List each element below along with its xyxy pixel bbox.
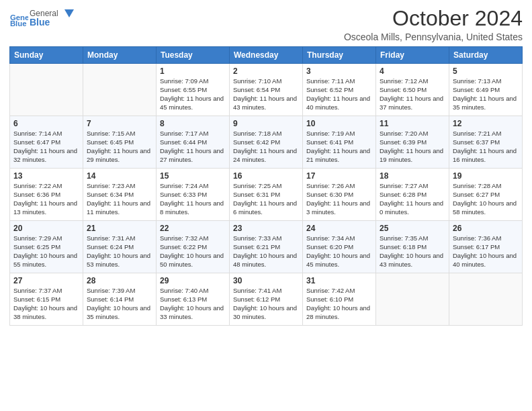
day-info: Sunrise: 7:29 AMSunset: 6:25 PMDaylight:… bbox=[13, 234, 79, 269]
calendar-table: SundayMondayTuesdayWednesdayThursdayFrid… bbox=[9, 46, 523, 326]
day-info: Sunrise: 7:41 AMSunset: 6:12 PMDaylight:… bbox=[233, 287, 299, 321]
calendar-cell: 11Sunrise: 7:20 AMSunset: 6:39 PMDayligh… bbox=[376, 116, 449, 169]
calendar-cell: 15Sunrise: 7:24 AMSunset: 6:33 PMDayligh… bbox=[157, 169, 230, 221]
calendar-cell: 4Sunrise: 7:12 AMSunset: 6:50 PMDaylight… bbox=[376, 64, 449, 116]
calendar-cell: 7Sunrise: 7:15 AMSunset: 6:45 PMDaylight… bbox=[83, 116, 157, 169]
calendar-cell bbox=[376, 273, 449, 326]
day-number: 6 bbox=[13, 119, 79, 128]
day-info: Sunrise: 7:25 AMSunset: 6:31 PMDaylight:… bbox=[233, 182, 299, 216]
logo-icon: General Blue bbox=[9, 9, 28, 28]
logo: General Blue General Blue bbox=[9, 7, 77, 31]
day-number: 3 bbox=[306, 66, 372, 76]
calendar-cell: 20Sunrise: 7:29 AMSunset: 6:25 PMDayligh… bbox=[10, 221, 83, 273]
day-number: 25 bbox=[380, 224, 445, 233]
day-info: Sunrise: 7:20 AMSunset: 6:39 PMDaylight:… bbox=[380, 130, 445, 164]
day-info: Sunrise: 7:19 AMSunset: 6:41 PMDaylight:… bbox=[306, 130, 372, 164]
calendar-day-header: Thursday bbox=[303, 47, 376, 64]
calendar-day-header: Friday bbox=[376, 47, 449, 64]
calendar-week-row: 13Sunrise: 7:22 AMSunset: 6:36 PMDayligh… bbox=[10, 169, 523, 221]
day-number: 29 bbox=[160, 276, 226, 285]
day-info: Sunrise: 7:37 AMSunset: 6:15 PMDaylight:… bbox=[13, 287, 79, 321]
day-number: 19 bbox=[453, 171, 519, 181]
day-number: 5 bbox=[453, 66, 519, 76]
calendar-cell bbox=[83, 64, 157, 116]
day-info: Sunrise: 7:09 AMSunset: 6:55 PMDaylight:… bbox=[160, 77, 226, 111]
day-info: Sunrise: 7:22 AMSunset: 6:36 PMDaylight:… bbox=[13, 182, 79, 216]
svg-text:Blue: Blue bbox=[10, 19, 27, 28]
calendar-day-header: Sunday bbox=[10, 47, 83, 64]
day-number: 31 bbox=[306, 276, 372, 285]
day-number: 21 bbox=[87, 224, 152, 233]
calendar-cell: 2Sunrise: 7:10 AMSunset: 6:54 PMDaylight… bbox=[230, 64, 303, 116]
day-number: 18 bbox=[380, 171, 445, 181]
day-info: Sunrise: 7:35 AMSunset: 6:18 PMDaylight:… bbox=[380, 234, 445, 269]
day-number: 1 bbox=[160, 66, 226, 76]
day-number: 30 bbox=[233, 276, 299, 285]
calendar-cell: 18Sunrise: 7:27 AMSunset: 6:28 PMDayligh… bbox=[376, 169, 449, 221]
day-number: 22 bbox=[160, 224, 226, 233]
calendar-day-header: Saturday bbox=[449, 47, 523, 64]
page-container: General Blue General Blue October 2024 O… bbox=[0, 0, 532, 331]
calendar-cell: 26Sunrise: 7:36 AMSunset: 6:17 PMDayligh… bbox=[449, 221, 523, 273]
day-number: 4 bbox=[380, 66, 445, 76]
day-info: Sunrise: 7:12 AMSunset: 6:50 PMDaylight:… bbox=[380, 77, 445, 111]
calendar-cell: 27Sunrise: 7:37 AMSunset: 6:15 PMDayligh… bbox=[10, 273, 83, 326]
day-info: Sunrise: 7:33 AMSunset: 6:21 PMDaylight:… bbox=[233, 234, 299, 269]
calendar-day-header: Tuesday bbox=[157, 47, 230, 64]
calendar-cell: 21Sunrise: 7:31 AMSunset: 6:24 PMDayligh… bbox=[83, 221, 157, 273]
calendar-cell: 29Sunrise: 7:40 AMSunset: 6:13 PMDayligh… bbox=[157, 273, 230, 326]
calendar-cell: 5Sunrise: 7:13 AMSunset: 6:49 PMDaylight… bbox=[449, 64, 523, 116]
calendar-cell: 10Sunrise: 7:19 AMSunset: 6:41 PMDayligh… bbox=[303, 116, 376, 169]
day-info: Sunrise: 7:17 AMSunset: 6:44 PMDaylight:… bbox=[160, 130, 226, 164]
day-number: 20 bbox=[13, 224, 79, 233]
calendar-cell: 9Sunrise: 7:18 AMSunset: 6:42 PMDaylight… bbox=[230, 116, 303, 169]
day-number: 11 bbox=[380, 119, 445, 128]
svg-text:Blue: Blue bbox=[30, 17, 50, 28]
day-info: Sunrise: 7:18 AMSunset: 6:42 PMDaylight:… bbox=[233, 130, 299, 164]
day-number: 23 bbox=[233, 224, 299, 233]
day-number: 24 bbox=[306, 224, 372, 233]
calendar-cell: 30Sunrise: 7:41 AMSunset: 6:12 PMDayligh… bbox=[230, 273, 303, 326]
calendar-header-row: SundayMondayTuesdayWednesdayThursdayFrid… bbox=[10, 47, 523, 64]
calendar-day-header: Monday bbox=[83, 47, 157, 64]
calendar-cell: 28Sunrise: 7:39 AMSunset: 6:14 PMDayligh… bbox=[83, 273, 157, 326]
day-number: 10 bbox=[306, 119, 372, 128]
day-number: 26 bbox=[453, 224, 519, 233]
day-info: Sunrise: 7:14 AMSunset: 6:47 PMDaylight:… bbox=[13, 130, 79, 164]
day-number: 28 bbox=[87, 276, 152, 285]
location: Osceola Mills, Pennsylvania, United Stat… bbox=[344, 32, 523, 42]
day-info: Sunrise: 7:11 AMSunset: 6:52 PMDaylight:… bbox=[306, 77, 372, 111]
day-number: 16 bbox=[233, 171, 299, 181]
day-info: Sunrise: 7:36 AMSunset: 6:17 PMDaylight:… bbox=[453, 234, 519, 269]
logo-svg: General Blue bbox=[30, 7, 77, 31]
day-number: 7 bbox=[87, 119, 152, 128]
calendar-cell: 6Sunrise: 7:14 AMSunset: 6:47 PMDaylight… bbox=[10, 116, 83, 169]
day-info: Sunrise: 7:27 AMSunset: 6:28 PMDaylight:… bbox=[380, 182, 445, 216]
calendar-week-row: 1Sunrise: 7:09 AMSunset: 6:55 PMDaylight… bbox=[10, 64, 523, 116]
calendar-day-header: Wednesday bbox=[230, 47, 303, 64]
calendar-week-row: 27Sunrise: 7:37 AMSunset: 6:15 PMDayligh… bbox=[10, 273, 523, 326]
calendar-cell: 31Sunrise: 7:42 AMSunset: 6:10 PMDayligh… bbox=[303, 273, 376, 326]
calendar-cell: 23Sunrise: 7:33 AMSunset: 6:21 PMDayligh… bbox=[230, 221, 303, 273]
calendar-cell: 19Sunrise: 7:28 AMSunset: 6:27 PMDayligh… bbox=[449, 169, 523, 221]
day-info: Sunrise: 7:28 AMSunset: 6:27 PMDaylight:… bbox=[453, 182, 519, 216]
calendar-cell: 22Sunrise: 7:32 AMSunset: 6:22 PMDayligh… bbox=[157, 221, 230, 273]
calendar-week-row: 20Sunrise: 7:29 AMSunset: 6:25 PMDayligh… bbox=[10, 221, 523, 273]
day-number: 14 bbox=[87, 171, 152, 181]
calendar-cell bbox=[449, 273, 523, 326]
day-info: Sunrise: 7:24 AMSunset: 6:33 PMDaylight:… bbox=[160, 182, 226, 216]
day-number: 17 bbox=[306, 171, 372, 181]
calendar-cell: 12Sunrise: 7:21 AMSunset: 6:37 PMDayligh… bbox=[449, 116, 523, 169]
day-info: Sunrise: 7:34 AMSunset: 6:20 PMDaylight:… bbox=[306, 234, 372, 269]
day-info: Sunrise: 7:26 AMSunset: 6:30 PMDaylight:… bbox=[306, 182, 372, 216]
day-info: Sunrise: 7:13 AMSunset: 6:49 PMDaylight:… bbox=[453, 77, 519, 111]
month-title: October 2024 bbox=[344, 7, 523, 30]
day-number: 27 bbox=[13, 276, 79, 285]
day-info: Sunrise: 7:39 AMSunset: 6:14 PMDaylight:… bbox=[87, 287, 152, 321]
calendar-cell: 17Sunrise: 7:26 AMSunset: 6:30 PMDayligh… bbox=[303, 169, 376, 221]
day-number: 15 bbox=[160, 171, 226, 181]
day-info: Sunrise: 7:10 AMSunset: 6:54 PMDaylight:… bbox=[233, 77, 299, 111]
day-info: Sunrise: 7:21 AMSunset: 6:37 PMDaylight:… bbox=[453, 130, 519, 164]
header: General Blue General Blue October 2024 O… bbox=[9, 7, 523, 42]
calendar-cell: 24Sunrise: 7:34 AMSunset: 6:20 PMDayligh… bbox=[303, 221, 376, 273]
